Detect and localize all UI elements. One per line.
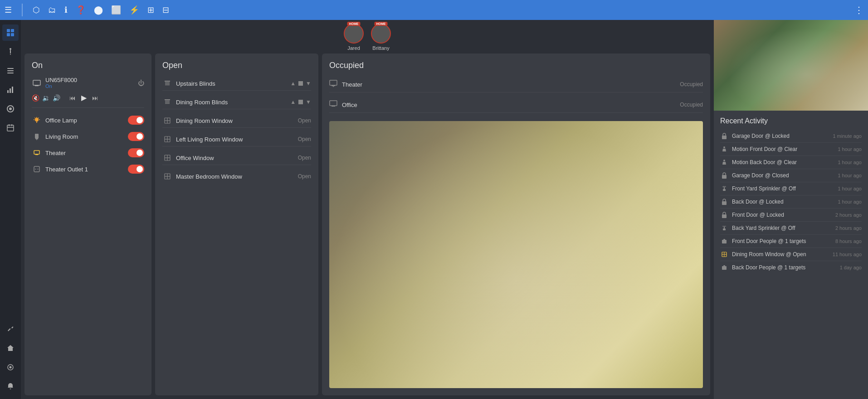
sidebar-item-calendar[interactable] [2,120,19,136]
activity-row-5: Back Door @ Locked 1 hour ago [720,195,862,209]
interior-camera-feed [329,121,703,388]
svg-rect-63 [330,101,337,106]
activity-row-1: Motion Front Door @ Clear 1 hour ago [720,143,862,156]
next-icon[interactable]: ⏭ [92,94,98,102]
office-window-status: Open [298,155,311,161]
menu-icon[interactable]: ☰ [5,5,12,15]
activity-text-6: Front Door @ Locked [732,212,832,218]
svg-point-14 [9,107,12,110]
activity-text-3: Garage Door @ Closed [732,172,834,179]
office-window-icon [162,153,172,163]
dining-blinds-name: Dining Room Blinds [176,99,287,106]
svg-line-26 [38,118,39,119]
activity-icon-sprinkler-4 [720,185,728,193]
sidebar-item-alerts[interactable] [2,44,19,60]
svg-rect-6 [10,54,11,55]
activity-row-6: Front Door @ Locked 2 hours ago [720,209,862,222]
svg-point-67 [723,160,725,161]
svg-point-23 [35,118,39,122]
user-bar: HOME Jared HOME Brittany [21,20,714,54]
activity-row-7: Back Yard Sprinkler @ Off 2 hours ago [720,222,862,235]
volume-up-icon[interactable]: 🔊 [53,94,60,102]
svg-rect-21 [33,80,40,85]
more-icon[interactable]: ⋮ [854,5,863,15]
blinds-stop-icon[interactable] [298,81,303,86]
theater-toggle[interactable] [128,148,144,157]
activity-time-5: 1 hour ago [838,199,862,204]
device-row-theater-outlet: Theater Outlet 1 [32,163,144,175]
dining-blinds-up-icon[interactable]: ▲ [290,99,296,105]
office-occupied-name: Office [342,102,675,108]
upstairs-blinds-name: Upstairs Blinds [176,80,287,87]
nav-icon-8[interactable]: ⊞ [147,5,154,15]
on-panel: On UN65F8000 On [24,54,151,395]
theater-occupied-name: Theater [342,81,675,88]
svg-rect-34 [35,154,38,155]
activity-row-8: Front Door People @ 1 targets 8 hours ag… [720,235,862,248]
left-living-window-name: Left Living Room Window [176,136,294,143]
activity-time-8: 8 hours ago [835,238,862,244]
sidebar-item-wrench[interactable] [2,321,19,337]
activity-icon-lock-0 [720,132,728,140]
tv-power-icon[interactable]: ⏻ [138,79,144,87]
sidebar-item-list[interactable] [2,63,19,79]
nav-icon-7[interactable]: ⚡ [129,5,139,15]
office-lamp-toggle[interactable] [128,116,144,125]
dining-blinds-icon [162,97,172,107]
activity-text-5: Back Door @ Locked [732,199,834,205]
open-row-master-window: Master Bedroom Window Open [162,170,311,183]
theater-outlet-name: Theater Outlet 1 [45,166,124,173]
activity-icon-camera-8 [720,237,728,245]
activity-time-0: 1 minute ago [833,133,862,139]
svg-line-28 [35,118,36,119]
play-icon[interactable]: ▶ [81,93,87,102]
sidebar-item-home-config[interactable] [2,340,19,356]
svg-rect-18 [7,127,14,128]
theater-outlet-toggle[interactable] [128,165,144,174]
upstairs-blinds-icon [162,78,172,88]
theater-icon [32,148,42,158]
sidebar-item-settings[interactable] [2,359,19,375]
nav-icon-5[interactable]: ⬤ [94,5,103,15]
svg-rect-70 [724,187,725,189]
living-room-toggle[interactable] [128,132,144,141]
activity-time-9: 11 hours ago [833,252,862,257]
svg-rect-40 [165,83,170,83]
svg-rect-47 [165,103,170,104]
sidebar-item-chart[interactable] [2,82,19,98]
svg-point-37 [38,169,39,170]
blinds-down-icon[interactable]: ▼ [306,80,311,87]
volume-down-icon[interactable]: 🔉 [42,94,50,102]
user-avatar-jared[interactable]: HOME Jared [344,24,364,51]
user-avatar-brittany[interactable]: HOME Brittany [371,24,391,51]
svg-point-36 [35,169,36,170]
activity-text-9: Dining Room Window @ Open [732,251,829,258]
nav-icon-9[interactable]: ⊟ [162,5,169,15]
sidebar-item-notifications[interactable] [2,378,19,394]
master-window-status: Open [298,173,311,180]
dining-window-icon [162,116,172,126]
divider [22,4,23,16]
nav-icon-4[interactable]: ❓ [76,5,86,15]
activity-time-2: 1 hour ago [838,160,862,165]
blinds-up-icon[interactable]: ▲ [290,80,296,87]
sidebar-item-dashboard[interactable] [2,24,19,41]
svg-rect-69 [723,189,726,191]
device-row-theater: Theater [32,147,144,159]
svg-point-20 [10,366,12,369]
master-window-icon [162,171,172,181]
mute-icon[interactable]: 🔇 [32,94,39,102]
sidebar-item-automation[interactable] [2,101,19,117]
prev-icon[interactable]: ⏮ [69,94,76,102]
dining-blinds-down-icon[interactable]: ▼ [306,99,311,105]
nav-icon-3[interactable]: ℹ [64,5,68,15]
svg-rect-30 [35,134,39,138]
camera-feed [714,20,868,111]
svg-rect-35 [34,166,39,172]
nav-icon-6[interactable]: ⬜ [111,5,121,15]
svg-rect-8 [7,70,14,71]
nav-icon-1[interactable]: ⬡ [33,5,40,15]
nav-icon-2[interactable]: 🗂 [48,5,56,15]
dining-blinds-stop-icon[interactable] [298,100,303,104]
svg-rect-65 [722,136,727,139]
